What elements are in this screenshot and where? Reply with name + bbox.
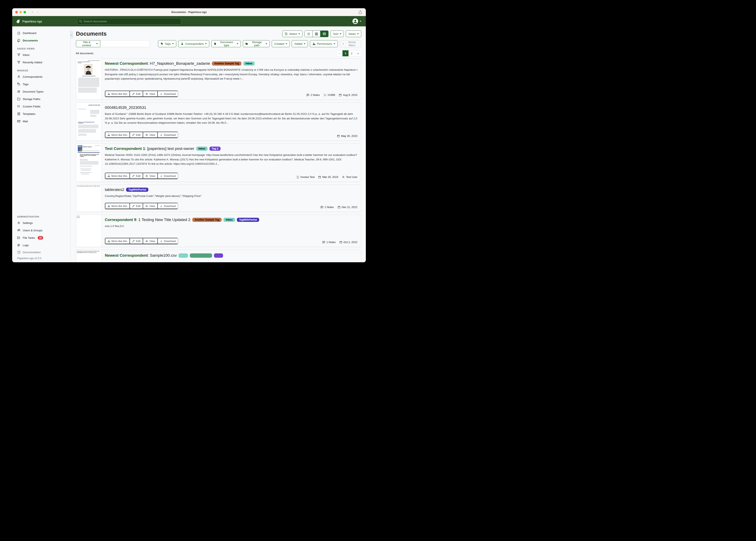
notes-meta[interactable]: 1 Notes: [320, 206, 334, 209]
close-window-button[interactable]: [15, 11, 18, 13]
document-card: HISTORIA - PRACA DLA CHĘTNYCH Francja po…: [76, 58, 361, 100]
more-like-this-button[interactable]: More like this: [105, 203, 130, 209]
sidebar-item-templates[interactable]: Templates: [12, 110, 70, 118]
pagination-next-button[interactable]: »: [355, 50, 361, 56]
sidebar-item-correspondents[interactable]: Correspondents: [12, 73, 70, 80]
sidebar-item-logs[interactable]: Logs: [12, 242, 70, 249]
zoom-window-button[interactable]: [24, 11, 26, 13]
document-title[interactable]: Newest Correspondent: H7_Napoleon_Bonapa…: [105, 61, 210, 66]
sidebar-collapse-button[interactable]: «: [71, 31, 73, 39]
edit-button[interactable]: Edit: [130, 238, 143, 244]
filter-storage-path-button[interactable]: Storage path: [243, 40, 270, 47]
sidebar-item-tags[interactable]: Tags: [12, 80, 70, 88]
tag-pill[interactable]: Inbox: [243, 61, 255, 66]
task-list-icon: [17, 236, 20, 240]
tag-pill[interactable]: [214, 254, 223, 258]
tag-pill[interactable]: TagWithPartial: [126, 188, 148, 192]
tag-pill[interactable]: [190, 254, 212, 258]
tag-pill[interactable]: Tag 2: [209, 147, 221, 151]
sidebar-item-documentation[interactable]: Documentation: [12, 249, 70, 256]
pagination-prev-button[interactable]: «: [336, 50, 343, 56]
thumb-rule: [80, 173, 91, 173]
document-title[interactable]: tablerates2: [105, 188, 124, 192]
tag-pill[interactable]: TagWithPartial: [237, 218, 259, 222]
view-mode-large-cards-button[interactable]: [320, 31, 328, 37]
filter-permissions-button[interactable]: Permissions: [310, 40, 338, 47]
notes-meta[interactable]: 1 Notes: [322, 241, 336, 244]
sort-button[interactable]: Sort: [331, 31, 344, 37]
edit-button[interactable]: Edit: [130, 203, 143, 209]
app-header: Paperless-ngx: [12, 16, 366, 26]
pagination-page-1-button[interactable]: 1: [343, 50, 349, 56]
document-title[interactable]: Correspondent 9: 1 Testing New Title Upd…: [105, 218, 190, 222]
filter-correspondent-button[interactable]: Correspondent: [178, 40, 209, 47]
filter-text-input[interactable]: [100, 40, 150, 47]
view-button[interactable]: View: [143, 203, 157, 209]
document-thumbnail[interactable]: Serial Number,Company Name,Employee Mark…: [76, 250, 102, 262]
sidebar-item-recently-added[interactable]: Recently Added: [12, 59, 70, 66]
tag-pill[interactable]: Inbox: [223, 218, 235, 222]
view-button[interactable]: View: [143, 173, 157, 179]
view-button[interactable]: View: [143, 132, 157, 138]
sidebar-item-users-groups[interactable]: Users & Groups: [12, 227, 70, 234]
download-button[interactable]: Download: [157, 91, 178, 97]
document-thumbnail[interactable]: Country,Region/State,"Zip/Postal Code","…: [76, 185, 102, 212]
filter-field-button[interactable]: Title & content: [76, 40, 100, 47]
tag-pill[interactable]: [178, 254, 188, 258]
document-type-meta: Invoice Test: [296, 176, 314, 179]
tag-pill[interactable]: Inbox: [196, 147, 208, 151]
browser-back-icon[interactable]: ‹: [31, 10, 34, 14]
select-button[interactable]: Select: [282, 31, 303, 37]
edit-button[interactable]: Edit: [130, 132, 143, 138]
view-mode-small-cards-button[interactable]: [313, 31, 320, 37]
search-input[interactable]: [84, 20, 179, 23]
global-search[interactable]: [77, 18, 181, 25]
browser-forward-icon[interactable]: ›: [36, 10, 40, 14]
document-thumbnail[interactable]: HISTORIA - PRACA DLA CHĘTNYCH Francja po…: [76, 59, 102, 100]
sidebar-item-documents[interactable]: Documents: [12, 37, 70, 44]
download-button[interactable]: Download: [157, 238, 178, 244]
sidebar-item-inbox[interactable]: Inbox: [12, 51, 70, 59]
pagination-page-2-button[interactable]: 2: [349, 50, 355, 56]
sidebar-item-document-types[interactable]: Document Types: [12, 88, 70, 95]
sidebar-item-file-tasks[interactable]: File Tasks 16: [12, 234, 70, 242]
document-title[interactable]: 0004814539_20230531: [105, 105, 146, 110]
minimize-window-button[interactable]: [19, 11, 22, 13]
document-thumbnail[interactable]: MEDICAL TEACHER Medical Teacher ◉ Taylor…: [76, 144, 102, 182]
more-like-this-button[interactable]: More like this: [105, 238, 130, 244]
tag-pill[interactable]: Another Sample Tag: [212, 61, 241, 66]
views-button[interactable]: Views: [346, 31, 361, 37]
download-button[interactable]: Download: [157, 203, 178, 209]
more-like-this-button[interactable]: More like this: [105, 173, 130, 179]
more-like-this-button[interactable]: More like this: [105, 132, 130, 138]
sidebar-item-mail[interactable]: Mail: [12, 118, 70, 125]
view-button[interactable]: View: [143, 91, 157, 97]
sidebar-item-custom-fields[interactable]: Custom Fields: [12, 103, 70, 110]
edit-button[interactable]: Edit: [130, 91, 143, 97]
sidebar-item-storage-paths[interactable]: Storage Paths: [12, 95, 70, 103]
document-thumbnail[interactable]: ✳ BANK OF SCOTLAND 2,0 % p. a. auf Ihr T…: [76, 103, 102, 141]
thumb-rule: [80, 169, 91, 169]
view-button[interactable]: View: [143, 238, 157, 244]
view-mode-table-button[interactable]: [305, 31, 313, 37]
user-menu[interactable]: [352, 18, 361, 24]
filter-added-button[interactable]: Added: [292, 40, 308, 47]
document-title[interactable]: Newest Correspondent: Sample100.csv: [105, 253, 177, 258]
tag-pill[interactable]: Another Sample Tag: [192, 218, 222, 222]
notes-meta[interactable]: 2 Notes: [306, 93, 320, 97]
download-button[interactable]: Download: [157, 132, 178, 138]
filter-tags-button[interactable]: Tags: [158, 40, 176, 47]
edit-button[interactable]: Edit: [130, 173, 143, 179]
download-button[interactable]: Download: [157, 173, 178, 179]
app-brand[interactable]: Paperless-ngx: [16, 19, 42, 24]
document-thumbnail[interactable]: one,1.0 five,5.0: [76, 215, 102, 247]
document-title[interactable]: Test Correspondent 1: [paperless] test p…: [105, 146, 194, 151]
more-like-this-button[interactable]: More like this: [105, 91, 130, 97]
share-icon[interactable]: [358, 10, 362, 14]
reset-filters-button[interactable]: × Reset filters: [340, 40, 361, 47]
filter-created-button[interactable]: Created: [272, 40, 290, 47]
sidebar-item-dashboard[interactable]: Dashboard: [12, 29, 70, 37]
asn-meta: #1999: [324, 93, 335, 97]
filter-document-type-button[interactable]: Document type: [211, 40, 241, 47]
sidebar-item-settings[interactable]: Settings: [12, 219, 70, 227]
